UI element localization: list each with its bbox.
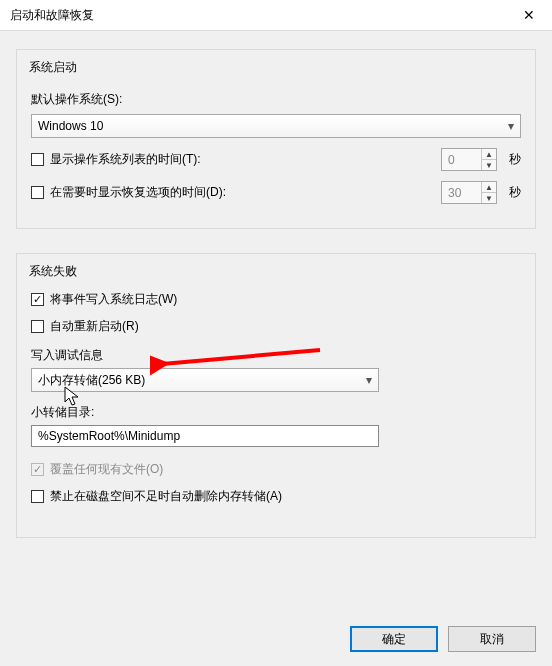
ok-button[interactable]: 确定 xyxy=(350,626,438,652)
write-event-label: 将事件写入系统日志(W) xyxy=(50,291,177,308)
auto-restart-checkbox[interactable] xyxy=(31,320,44,333)
spinner-up-icon[interactable]: ▲ xyxy=(481,182,496,193)
spinner-down-icon[interactable]: ▼ xyxy=(481,193,496,203)
group-legend: 系统失败 xyxy=(25,264,81,278)
disable-auto-delete-checkbox[interactable] xyxy=(31,490,44,503)
dialog-window: 启动和故障恢复 ✕ GXI网 gxlsystem.com 系统启动 默认操作系统… xyxy=(0,0,552,666)
spinner-down-icon[interactable]: ▼ xyxy=(481,160,496,170)
show-os-list-checkbox[interactable] xyxy=(31,153,44,166)
show-recovery-label: 在需要时显示恢复选项的时间(D): xyxy=(50,184,226,201)
debug-info-label: 写入调试信息 xyxy=(31,347,521,364)
seconds-unit: 秒 xyxy=(509,151,521,168)
spinner-up-icon[interactable]: ▲ xyxy=(481,149,496,160)
show-recovery-row: 在需要时显示恢复选项的时间(D): 30 ▲▼ 秒 xyxy=(31,181,521,204)
dump-type-select[interactable]: 小内存转储(256 KB) ▾ xyxy=(31,368,379,392)
auto-restart-row: 自动重新启动(R) xyxy=(31,318,521,335)
show-os-list-label: 显示操作系统列表的时间(T): xyxy=(50,151,201,168)
overwrite-row: 覆盖任何现有文件(O) xyxy=(31,461,521,478)
disable-auto-delete-label: 禁止在磁盘空间不足时自动删除内存转储(A) xyxy=(50,488,282,505)
default-os-label: 默认操作系统(S): xyxy=(31,91,521,108)
overwrite-label: 覆盖任何现有文件(O) xyxy=(50,461,163,478)
dump-type-value: 小内存转储(256 KB) xyxy=(38,372,145,389)
chevron-down-icon: ▾ xyxy=(366,373,372,387)
show-os-list-row: 显示操作系统列表的时间(T): 0 ▲▼ 秒 xyxy=(31,148,521,171)
group-legend: 系统启动 xyxy=(25,60,81,74)
chevron-down-icon: ▾ xyxy=(508,119,514,133)
write-event-checkbox[interactable] xyxy=(31,293,44,306)
system-startup-group: 系统启动 默认操作系统(S): Windows 10 ▾ 显示操作系统列表的时间… xyxy=(16,49,536,229)
seconds-unit: 秒 xyxy=(509,184,521,201)
titlebar: 启动和故障恢复 ✕ xyxy=(0,0,552,31)
show-os-list-seconds[interactable]: 0 ▲▼ xyxy=(441,148,497,171)
dialog-buttons: 确定 取消 xyxy=(350,626,536,652)
dialog-title: 启动和故障恢复 xyxy=(10,7,94,24)
show-recovery-seconds[interactable]: 30 ▲▼ xyxy=(441,181,497,204)
default-os-value: Windows 10 xyxy=(38,119,103,133)
close-button[interactable]: ✕ xyxy=(506,0,552,30)
write-event-row: 将事件写入系统日志(W) xyxy=(31,291,521,308)
auto-restart-label: 自动重新启动(R) xyxy=(50,318,139,335)
overwrite-checkbox xyxy=(31,463,44,476)
show-recovery-checkbox[interactable] xyxy=(31,186,44,199)
dump-dir-label: 小转储目录: xyxy=(31,404,521,421)
system-failure-group: 系统失败 将事件写入系统日志(W) 自动重新启动(R) 写入调试信息 小内存转储… xyxy=(16,253,536,538)
default-os-select[interactable]: Windows 10 ▾ xyxy=(31,114,521,138)
disable-auto-delete-row: 禁止在磁盘空间不足时自动删除内存转储(A) xyxy=(31,488,521,505)
dialog-body: 系统启动 默认操作系统(S): Windows 10 ▾ 显示操作系统列表的时间… xyxy=(0,31,552,538)
cancel-button[interactable]: 取消 xyxy=(448,626,536,652)
dump-dir-input[interactable]: %SystemRoot%\Minidump xyxy=(31,425,379,447)
